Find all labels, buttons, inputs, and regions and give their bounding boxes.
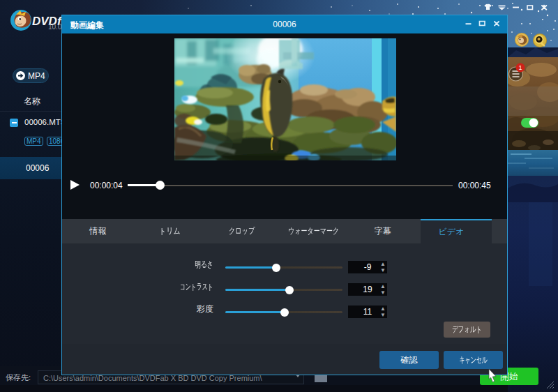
svg-text:10.0: 10.0 — [48, 23, 62, 31]
svg-text:1: 1 — [518, 64, 522, 71]
